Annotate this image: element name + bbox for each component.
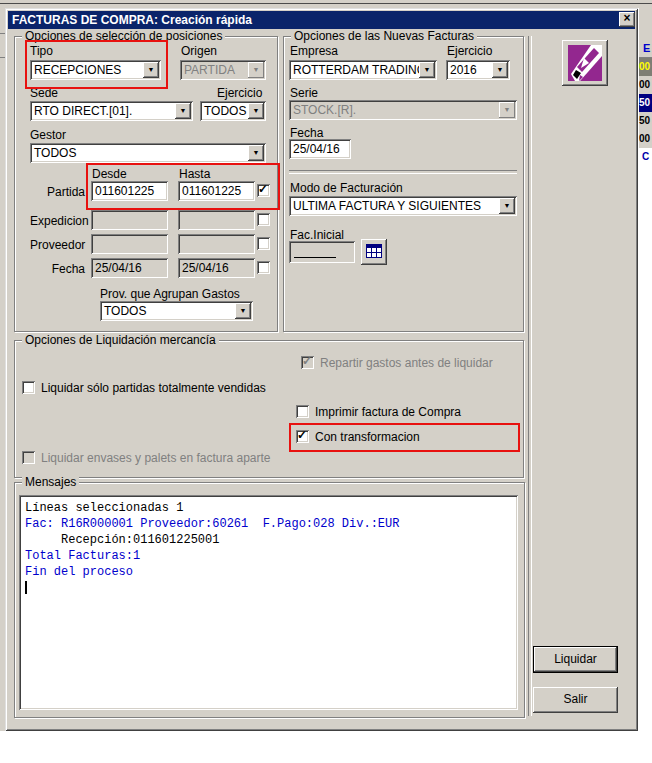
con-transformacion-checkbox[interactable]: ✓ [296,430,309,443]
imprimir-factura-label: Imprimir factura de Compra [315,405,461,419]
prov-agrupan-value: TODOS [104,304,146,318]
fac-inicial-input [289,241,355,263]
con-transformacion-label: Con transformacion [315,430,420,444]
background-grid-sliver: E 00C 00C 50C 50C 00C [639,8,652,148]
dialog-title-bar[interactable]: FACTURAS DE COMPRA: Creación rápida [8,11,635,29]
background-window-edge [0,3,652,4]
message-line: Fac: R16R000001 Proveedor:60261 F.Pago:0… [25,516,399,532]
group-liquidation-title: Opciones de Liquidación mercancía [22,333,219,347]
gestor-select[interactable]: TODOS ▼ [30,143,266,163]
chevron-down-icon[interactable]: ▼ [235,303,251,319]
tipo-label: Tipo [30,44,53,58]
fecha-desde-input: 25/04/16 [91,258,168,278]
chevron-down-icon[interactable]: ▼ [499,198,515,214]
repartir-gastos-label: Repartir gastos antes de liquidar [320,356,493,370]
close-icon: × [623,11,630,25]
group-new-invoices-title: Opciones de las Nuevas Facturas [291,29,477,43]
text-cursor [25,581,27,594]
sede-value: RTO DIRECT.[01]. [34,104,132,118]
serie-value: STOCK.[R]. [293,103,356,117]
prov-agrupan-label: Prov. que Agrupan Gastos [100,287,240,301]
salir-button[interactable]: Salir [533,687,618,713]
ejercicio-sel-label: Ejercicio [217,86,262,100]
expedicion-hasta-input [178,210,255,230]
modo-label: Modo de Facturación [290,181,403,195]
sede-select[interactable]: RTO DIRECT.[01]. ▼ [30,101,193,121]
liquidar-tool-button[interactable] [562,40,608,86]
fecha-hasta-input: 25/04/16 [178,258,255,278]
partida-hasta-input[interactable]: 011601225 [178,181,255,201]
ejercicio-new-label: Ejercicio [447,44,492,58]
ejercicio-new-value: 2016 [450,63,477,77]
check-icon: ✓ [302,354,312,368]
table-row: 00C [639,130,652,148]
proveedor-desde-input [91,234,168,254]
empresa-label: Empresa [290,44,338,58]
background-window-top [0,0,652,8]
origen-value: PARTIDA [184,63,235,77]
chevron-down-icon[interactable]: ▼ [492,62,508,78]
expedicion-checkbox[interactable]: ✓ [257,213,270,226]
table-row: 50C [639,94,652,112]
check-icon: ✓ [297,428,307,442]
origen-label: Origen [181,44,217,58]
fecha-sel-label: Fecha [30,262,85,276]
messages-textarea[interactable]: Líneas seleccionadas 1 Fac: R16R000001 P… [19,495,518,710]
fecha-new-input[interactable]: 25/04/16 [289,139,351,159]
group-selection-title: Opciones de selección de posiciones [22,29,225,43]
liquidar-envases-label: Liquidar envases y palets en factura apa… [41,451,270,465]
empresa-select[interactable]: ROTTERDAM TRADING ▼ [289,60,437,80]
partida-label: Partida [30,185,85,199]
partida-checkbox[interactable]: ✓ [257,184,270,197]
proveedor-label: Proveedor [30,238,85,252]
serie-label: Serie [290,86,318,100]
message-line: Fin del proceso [25,564,133,580]
input-mask-line [294,257,336,258]
empresa-value: ROTTERDAM TRADING [293,63,426,77]
modo-value: ULTIMA FACTURA Y SIGUIENTES [293,199,481,213]
message-line: Líneas seleccionadas 1 [25,500,183,516]
fac-inicial-label: Fac.Inicial [290,228,344,242]
expedicion-desde-input [91,210,168,230]
ejercicio-select[interactable]: TODOS ▼ [200,101,266,121]
chevron-down-icon[interactable]: ▼ [143,62,159,78]
prov-agrupan-select[interactable]: TODOS ▼ [100,301,253,321]
partida-desde-input[interactable]: 011601225 [91,181,168,201]
check-icon: ✓ [258,182,268,196]
chevron-down-icon[interactable]: ▼ [248,103,264,119]
table-row: 00C [639,58,652,76]
origen-select: PARTIDA ▼ [180,60,266,80]
expedicion-label: Expedicion [30,214,85,228]
imprimir-factura-checkbox[interactable]: ✓ [296,405,309,418]
desde-header: Desde [92,167,127,181]
liquidar-solo-checkbox[interactable]: ✓ [22,381,35,394]
background-grid-header: E [639,40,652,58]
fecha-checkbox[interactable]: ✓ [257,261,270,274]
message-line: Total Facturas:1 [25,548,140,564]
liquidar-button[interactable]: Liquidar [533,646,618,673]
fecha-new-label: Fecha [290,126,323,140]
hammer-seal-icon [567,44,603,82]
serie-select: STOCK.[R]. ▼ [289,100,517,120]
divider [528,36,532,716]
tipo-select[interactable]: RECEPCIONES ▼ [30,60,161,80]
repartir-gastos-checkbox: ✓ [301,356,314,369]
hasta-header: Hasta [179,167,210,181]
chevron-down-icon: ▼ [248,62,264,78]
liquidar-envases-checkbox: ✓ [22,451,35,464]
sede-label: Sede [30,86,58,100]
proveedor-hasta-input [178,234,255,254]
screen: E 00C 00C 50C 50C 00C FACTURAS DE COMPRA… [0,0,652,763]
ejercicio-new-select[interactable]: 2016 ▼ [446,60,510,80]
chevron-down-icon[interactable]: ▼ [248,145,264,161]
ejercicio-sel-value: TODOS [204,104,246,118]
fac-inicial-lookup-button[interactable] [361,239,387,265]
message-line: Recepción:011601225001 [25,532,219,548]
chevron-down-icon[interactable]: ▼ [175,103,191,119]
chevron-down-icon: ▼ [499,102,515,118]
modo-select[interactable]: ULTIMA FACTURA Y SIGUIENTES ▼ [289,196,517,216]
proveedor-checkbox[interactable]: ✓ [257,237,270,250]
table-row: 00C [639,76,652,94]
chevron-down-icon[interactable]: ▼ [419,62,435,78]
close-button[interactable]: × [619,12,635,27]
